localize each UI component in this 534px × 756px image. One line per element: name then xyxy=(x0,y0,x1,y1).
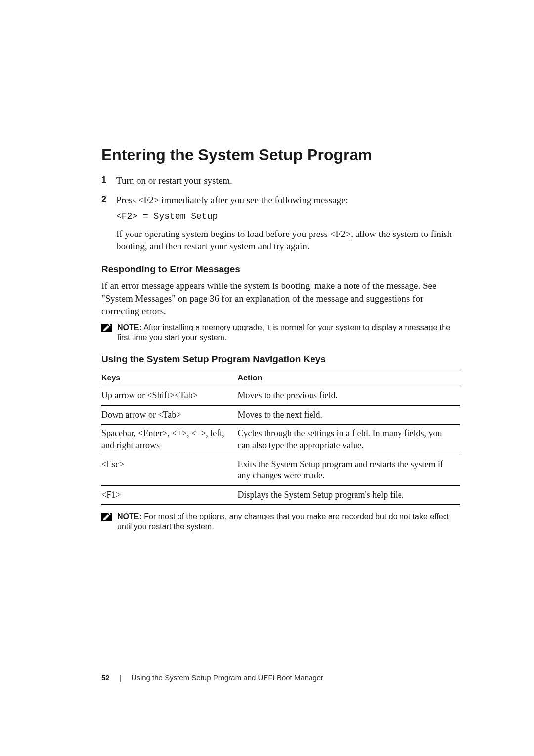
page-title: Entering the System Setup Program xyxy=(101,146,460,164)
step-continuation: If your operating system begins to load … xyxy=(116,228,460,253)
body-paragraph: If an error message appears while the sy… xyxy=(101,280,460,318)
footer-separator: | xyxy=(120,673,122,682)
document-page: Entering the System Setup Program 1 Turn… xyxy=(0,0,534,532)
step-number: 1 xyxy=(101,174,116,187)
cell-keys: Down arrow or <Tab> xyxy=(101,405,238,424)
pencil-note-icon xyxy=(101,323,117,332)
section-heading: Responding to Error Messages xyxy=(101,264,460,275)
navigation-keys-table: Keys Action Up arrow or <Shift><Tab> Mov… xyxy=(101,370,460,505)
cell-action: Displays the System Setup program's help… xyxy=(238,485,460,504)
note-text: NOTE: After installing a memory upgrade,… xyxy=(117,323,460,343)
table-row: Up arrow or <Shift><Tab> Moves to the pr… xyxy=(101,386,460,405)
table-row: <Esc> Exits the System Setup program and… xyxy=(101,455,460,485)
step-item: 1 Turn on or restart your system. xyxy=(101,174,460,187)
note-label: NOTE: xyxy=(117,323,142,331)
cell-action: Moves to the next field. xyxy=(238,405,460,424)
note-label: NOTE: xyxy=(117,512,142,520)
table-row: <F1> Displays the System Setup program's… xyxy=(101,485,460,504)
cell-keys: <Esc> xyxy=(101,455,238,485)
note-text: NOTE: For most of the options, any chang… xyxy=(117,512,460,532)
page-number: 52 xyxy=(101,673,110,682)
cell-keys: <F1> xyxy=(101,485,238,504)
page-footer: 52 | Using the System Setup Program and … xyxy=(101,673,323,682)
section-heading: Using the System Setup Program Navigatio… xyxy=(101,354,460,365)
footer-chapter-title: Using the System Setup Program and UEFI … xyxy=(132,673,324,682)
cell-action: Cycles through the settings in a field. … xyxy=(238,425,460,455)
table-header-action: Action xyxy=(238,370,460,386)
cell-action: Exits the System Setup program and resta… xyxy=(238,455,460,485)
table-row: Down arrow or <Tab> Moves to the next fi… xyxy=(101,405,460,424)
note-content: For most of the options, any changes tha… xyxy=(117,512,449,531)
step-text: Press <F2> immediately after you see the… xyxy=(116,195,348,205)
note-block: NOTE: After installing a memory upgrade,… xyxy=(101,323,460,343)
step-number: 2 xyxy=(101,194,116,253)
table-row: Spacebar, <Enter>, <+>, <–>, left, and r… xyxy=(101,425,460,455)
note-block: NOTE: For most of the options, any chang… xyxy=(101,512,460,532)
note-content: After installing a memory upgrade, it is… xyxy=(117,323,450,342)
code-line: <F2> = System Setup xyxy=(116,210,460,222)
step-body: Press <F2> immediately after you see the… xyxy=(116,194,460,253)
table-header-keys: Keys xyxy=(101,370,238,386)
cell-keys: Up arrow or <Shift><Tab> xyxy=(101,386,238,405)
cell-action: Moves to the previous field. xyxy=(238,386,460,405)
cell-keys: Spacebar, <Enter>, <+>, <–>, left, and r… xyxy=(101,425,238,455)
pencil-note-icon xyxy=(101,512,117,521)
step-text: Turn on or restart your system. xyxy=(116,174,460,187)
step-item: 2 Press <F2> immediately after you see t… xyxy=(101,194,460,253)
